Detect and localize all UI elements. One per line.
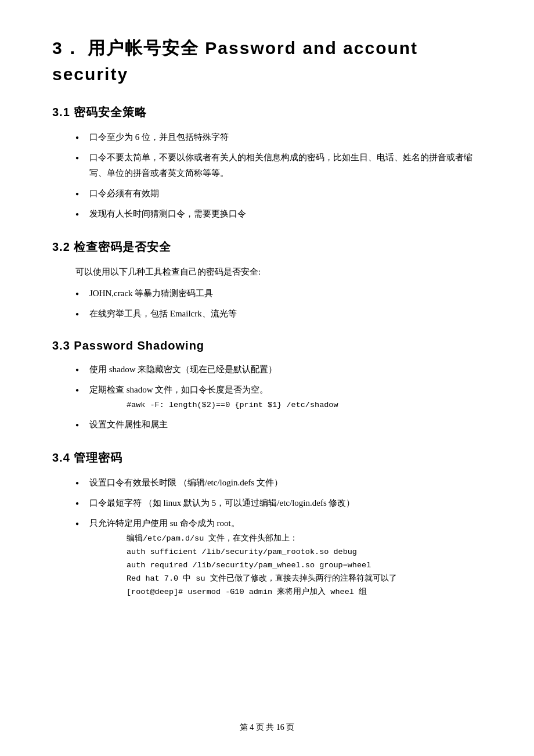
section-3-1-title: 3.1 密码安全策略 [52,105,482,120]
list-item: 定期检查 shadow 文件，如口令长度是否为空。 #awk -F: lengt… [75,382,482,412]
list-item: 设置文件属性和属主 [75,417,482,433]
section-3-3-title: 3.3 Password Shadowing [52,339,482,352]
section-3-2-intro: 可以使用以下几种工具检查自己的密码是否安全: [75,264,482,280]
main-title: 3． 用户帐号安全 Password and account security [52,35,482,87]
list-item: 口令必须有有效期 [75,186,482,201]
list-item-text: 口令至少为 6 位，并且包括特殊字符 [89,132,229,142]
code-block: #awk -F: length($2)==0 {print $1} /etc/s… [127,399,482,412]
list-item: 口令至少为 6 位，并且包括特殊字符 [75,129,482,145]
list-item-text: 口令最短字符 （如 linux 默认为 5，可以通过编辑/etc/login.d… [89,498,355,507]
section-3-2: 3.2 检查密码是否安全 可以使用以下几种工具检查自己的密码是否安全: JOHN… [52,239,482,322]
list-item-text: 设置文件属性和属主 [89,420,168,429]
list-item-text: JOHN,crack 等暴力猜测密码工具 [89,289,213,298]
list-item-text: 定期检查 shadow 文件，如口令长度是否为空。 [89,385,268,394]
list-item: 设置口令有效最长时限 （编辑/etc/login.defs 文件） [75,475,482,491]
section-3-3: 3.3 Password Shadowing 使用 shadow 来隐藏密文（现… [52,339,482,433]
list-item-text: 口令必须有有效期 [89,189,159,198]
list-item: 在线穷举工具，包括 Emailcrk、流光等 [75,306,482,322]
list-item: JOHN,crack 等暴力猜测密码工具 [75,286,482,301]
list-item-text: 发现有人长时间猜测口令，需要更换口令 [89,209,246,218]
list-item-text: 在线穷举工具，包括 Emailcrk、流光等 [89,309,237,318]
continuation-block: 编辑/etc/pam.d/su 文件，在文件头部加上： auth suffici… [127,532,482,599]
list-item: 发现有人长时间猜测口令，需要更换口令 [75,206,482,222]
section-3-4-list: 设置口令有效最长时限 （编辑/etc/login.defs 文件） 口令最短字符… [75,475,482,599]
list-item: 口令不要太简单，不要以你或者有关人的相关信息构成的密码，比如生日、电话、姓名的拼… [75,150,482,181]
list-item-text: 使用 shadow 来隐藏密文（现在已经是默认配置） [89,365,277,374]
section-3-1-list: 口令至少为 6 位，并且包括特殊字符 口令不要太简单，不要以你或者有关人的相关信… [75,129,482,222]
list-item-text: 只允许特定用户使用 su 命令成为 root。 [89,519,240,528]
list-item: 只允许特定用户使用 su 命令成为 root。 编辑/etc/pam.d/su … [75,516,482,599]
page-container: 3． 用户帐号安全 Password and account security … [0,0,534,756]
section-3-2-list: JOHN,crack 等暴力猜测密码工具 在线穷举工具，包括 Emailcrk、… [75,286,482,322]
list-item: 口令最短字符 （如 linux 默认为 5，可以通过编辑/etc/login.d… [75,495,482,511]
list-item: 使用 shadow 来隐藏密文（现在已经是默认配置） [75,362,482,377]
section-3-4-title: 3.4 管理密码 [52,450,482,466]
list-item-text: 设置口令有效最长时限 （编辑/etc/login.defs 文件） [89,478,283,487]
list-item-text: 口令不要太简单，不要以你或者有关人的相关信息构成的密码，比如生日、电话、姓名的拼… [89,153,472,178]
section-3-4: 3.4 管理密码 设置口令有效最长时限 （编辑/etc/login.defs 文… [52,450,482,599]
section-3-3-list: 使用 shadow 来隐藏密文（现在已经是默认配置） 定期检查 shadow 文… [75,362,482,433]
page-footer: 第 4 页 共 16 页 [0,722,534,733]
footer-text: 第 4 页 共 16 页 [240,723,295,732]
section-3-1: 3.1 密码安全策略 口令至少为 6 位，并且包括特殊字符 口令不要太简单，不要… [52,105,482,222]
section-3-2-title: 3.2 检查密码是否安全 [52,239,482,255]
